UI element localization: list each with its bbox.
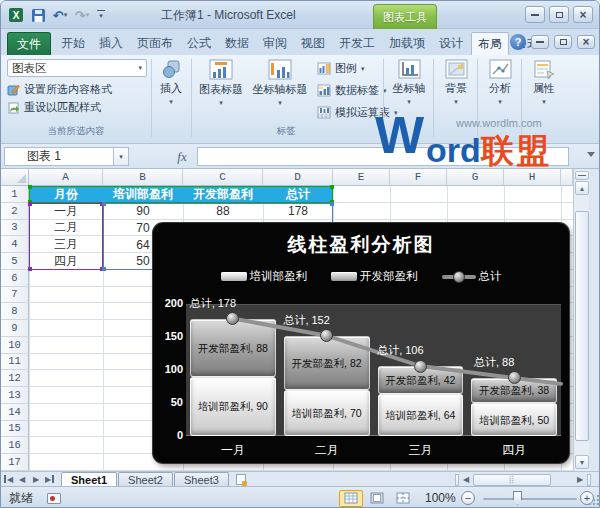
column-header-e[interactable]: E: [333, 169, 390, 186]
zoom-slider-thumb[interactable]: [513, 491, 522, 505]
zoom-level[interactable]: 100%: [425, 491, 456, 505]
tab-formulas[interactable]: 公式: [181, 32, 217, 55]
axis-titles-button[interactable]: 坐标轴标题 ▾: [249, 59, 311, 107]
legend-item-development[interactable]: 开发部盈利: [331, 269, 418, 284]
bar-segment[interactable]: 培训部盈利, 90: [190, 377, 276, 436]
chart-title-button[interactable]: 图表标题 ▾: [195, 59, 247, 107]
scroll-up-icon[interactable]: ▲: [575, 181, 589, 195]
close-button[interactable]: ×: [573, 6, 593, 23]
sheet-tab-1[interactable]: Sheet1: [61, 472, 117, 486]
row-header-8[interactable]: 8: [1, 303, 29, 320]
horizontal-scroll-thumb[interactable]: ⣿: [473, 474, 551, 486]
row-header-6[interactable]: 6: [1, 270, 29, 287]
insert-worksheet-button[interactable]: [230, 473, 252, 486]
vertical-scrollbar[interactable]: ▲ ▼: [573, 169, 589, 471]
bar-segment[interactable]: 培训部盈利, 50: [471, 403, 557, 436]
select-all-corner[interactable]: [1, 169, 29, 186]
restore-button[interactable]: [549, 6, 569, 23]
row-header-15[interactable]: 15: [1, 421, 29, 438]
column-header-c[interactable]: C: [183, 169, 263, 186]
worksheet-grid[interactable]: A B C D E F G H 123456789101112131415161…: [1, 169, 573, 471]
column-header-d[interactable]: D: [263, 169, 333, 186]
page-break-view-button[interactable]: [391, 490, 415, 507]
column-header-f[interactable]: F: [390, 169, 447, 186]
row-header-16[interactable]: 16: [1, 437, 29, 454]
cell-b1[interactable]: 培训部盈利: [103, 186, 183, 203]
column-header-b[interactable]: B: [103, 169, 183, 186]
vertical-split-handle[interactable]: [575, 171, 589, 180]
prev-sheet-icon[interactable]: ◀: [15, 473, 29, 486]
save-icon[interactable]: [29, 6, 47, 24]
collapse-ribbon-icon[interactable]: [488, 35, 505, 50]
tab-view[interactable]: 视图: [295, 32, 331, 55]
row-headers[interactable]: 1234567891011121314151617: [1, 186, 29, 471]
last-sheet-icon[interactable]: ▶: [43, 473, 57, 486]
legend-item-training[interactable]: 培训部盈利: [221, 269, 308, 284]
workbook-minimize-button[interactable]: [531, 35, 549, 49]
insert-button[interactable]: 插入 ▾: [153, 59, 189, 106]
help-icon[interactable]: ?: [510, 34, 526, 50]
chart[interactable]: 线柱盈利分析图 培训部盈利 开发部盈利 总计 050100150200 一月二月…: [153, 223, 569, 463]
column-header-g[interactable]: G: [447, 169, 504, 186]
legend-item-total[interactable]: 总计: [442, 269, 502, 284]
workbook-restore-button[interactable]: [554, 35, 572, 49]
row-header-7[interactable]: 7: [1, 287, 29, 304]
scroll-left-icon[interactable]: ◀: [459, 473, 473, 486]
name-box[interactable]: 图表 1: [4, 147, 114, 166]
resize-grip[interactable]: [587, 495, 599, 507]
reset-to-match-style-button[interactable]: 重设以匹配样式: [7, 99, 101, 116]
formula-bar-expand-icon[interactable]: [587, 152, 595, 157]
name-box-dropdown-icon[interactable]: ▾: [114, 147, 129, 166]
tab-home[interactable]: 开始: [55, 32, 91, 55]
chart-legend[interactable]: 培训部盈利 开发部盈利 总计: [153, 269, 569, 284]
row-header-17[interactable]: 17: [1, 454, 29, 471]
workbook-close-button[interactable]: ×: [577, 35, 595, 49]
properties-button[interactable]: 属性▾: [525, 59, 563, 106]
row-header-11[interactable]: 11: [1, 354, 29, 371]
row-header-1[interactable]: 1: [1, 186, 29, 203]
tab-insert[interactable]: 插入: [93, 32, 129, 55]
row-header-4[interactable]: 4: [1, 236, 29, 253]
chart-elements-dropdown[interactable]: 图表区 ▾: [7, 59, 147, 77]
line-marker[interactable]: [508, 371, 521, 384]
minimize-button[interactable]: [525, 6, 545, 23]
cell-c1[interactable]: 开发部盈利: [183, 186, 263, 203]
zoom-out-icon[interactable]: −: [461, 491, 475, 505]
redo-icon[interactable]: ↷▾: [73, 6, 91, 24]
tab-addins[interactable]: 加载项: [383, 32, 431, 55]
horizontal-scrollbar[interactable]: ◀ ⣿ ▶: [455, 473, 591, 486]
formula-input[interactable]: [197, 147, 569, 166]
scroll-right-icon[interactable]: ▶: [573, 473, 587, 486]
macro-record-icon[interactable]: [47, 493, 61, 504]
tab-page-layout[interactable]: 页面布: [131, 32, 179, 55]
tab-developer[interactable]: 开发工: [333, 32, 381, 55]
normal-view-button[interactable]: [339, 490, 363, 507]
row-header-13[interactable]: 13: [1, 387, 29, 404]
qat-customize-icon[interactable]: ▾: [95, 6, 107, 24]
column-header-a[interactable]: A: [29, 169, 103, 186]
cell-b2[interactable]: 90: [103, 203, 183, 220]
cell-d2[interactable]: 178: [263, 203, 333, 220]
bar-segment[interactable]: 培训部盈利, 70: [284, 390, 370, 436]
sheet-tab-2[interactable]: Sheet2: [118, 472, 173, 486]
insert-function-button[interactable]: fx: [169, 147, 195, 166]
legend-button[interactable]: 图例▾: [317, 61, 365, 76]
background-button[interactable]: 背景▾: [437, 59, 475, 106]
row-header-12[interactable]: 12: [1, 370, 29, 387]
line-marker[interactable]: [414, 360, 427, 373]
chart-title[interactable]: 线柱盈利分析图: [153, 232, 569, 258]
scroll-down-icon[interactable]: ▼: [575, 455, 589, 469]
column-header-h[interactable]: H: [504, 169, 561, 186]
row-header-5[interactable]: 5: [1, 253, 29, 270]
data-labels-button[interactable]: 数据标签▾: [317, 83, 387, 98]
tab-design[interactable]: 设计: [433, 32, 469, 55]
cell-a2[interactable]: 一月: [29, 203, 103, 220]
row-header-10[interactable]: 10: [1, 337, 29, 354]
tab-file[interactable]: 文件: [7, 32, 51, 55]
row-header-14[interactable]: 14: [1, 404, 29, 421]
tab-review[interactable]: 审阅: [257, 32, 293, 55]
next-sheet-icon[interactable]: ▶: [29, 473, 43, 486]
analysis-button[interactable]: 分析▾: [481, 59, 519, 106]
format-selection-button[interactable]: 设置所选内容格式: [7, 81, 112, 98]
first-sheet-icon[interactable]: ◀: [1, 473, 15, 486]
